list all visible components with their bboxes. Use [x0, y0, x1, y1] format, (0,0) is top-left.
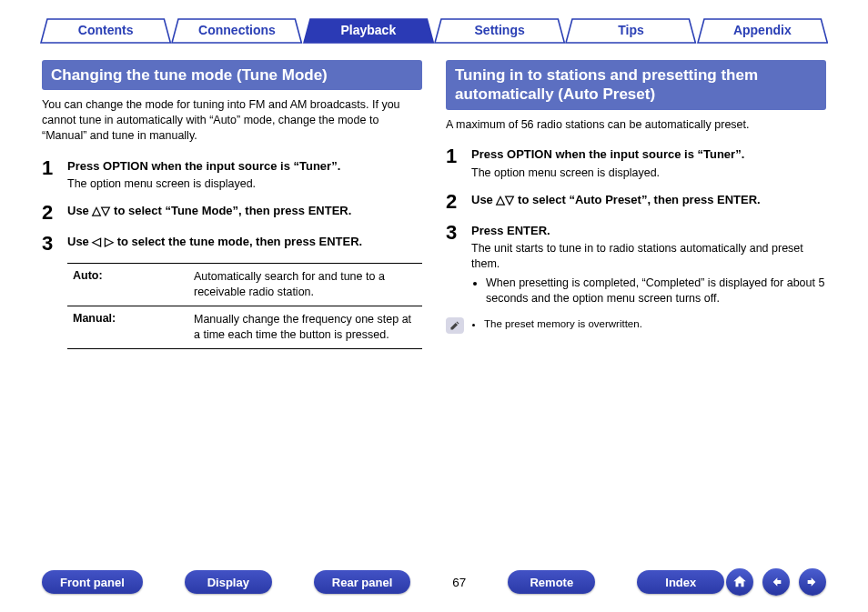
index-button[interactable]: Index [637, 570, 724, 594]
right-column: Tuning in to stations and presetting the… [446, 60, 826, 349]
step-number: 3 [446, 221, 471, 306]
left-column: Changing the tune mode (Tune Mode) You c… [42, 60, 422, 349]
remote-button[interactable]: Remote [508, 570, 595, 594]
table-cell-val: Manually change the frequency one step a… [190, 306, 422, 348]
tab-contents[interactable]: Contents [40, 18, 171, 44]
tab-label: Connections [198, 23, 276, 37]
tab-playback[interactable]: Playback [303, 18, 434, 44]
step-number: 1 [42, 156, 67, 192]
right-step-3: 3 Press ENTER. The unit starts to tune i… [446, 221, 826, 306]
prev-page-icon[interactable] [762, 568, 790, 596]
step-head: Use △▽ to select “Tune Mode”, then press… [67, 203, 422, 219]
tab-label: Appendix [733, 23, 792, 37]
table-row: Manual: Manually change the frequency on… [67, 306, 422, 348]
left-step-3: 3 Use ◁ ▷ to select the tune mode, then … [42, 232, 422, 254]
tab-settings[interactable]: Settings [434, 18, 565, 44]
table-cell-key: Manual: [67, 306, 190, 348]
tab-label: Tips [618, 23, 644, 37]
left-right-icon: ◁ ▷ [92, 235, 114, 248]
left-step-2: 2 Use △▽ to select “Tune Mode”, then pre… [42, 201, 422, 223]
step-bullet: When presetting is completed, “Completed… [486, 276, 826, 306]
tab-label: Playback [340, 23, 396, 37]
front-panel-button[interactable]: Front panel [42, 570, 143, 594]
tab-label: Contents [78, 23, 134, 37]
step-desc: The unit starts to tune in to radio stat… [471, 241, 826, 272]
bottom-bar: Front panel Display Rear panel 67 Remote… [0, 568, 868, 596]
table-cell-val: Automatically search for and tune to a r… [190, 264, 422, 306]
step-number: 2 [446, 190, 471, 212]
right-intro: A maximum of 56 radio stations can be au… [446, 117, 826, 133]
table-row: Auto: Automatically search for and tune … [67, 264, 422, 306]
left-step-1: 1 Press OPTION when the input source is … [42, 156, 422, 192]
step-head: Press OPTION when the input source is “T… [67, 158, 422, 175]
home-icon[interactable] [726, 568, 753, 596]
up-down-icon: △▽ [496, 193, 514, 206]
content-area: Changing the tune mode (Tune Mode) You c… [0, 44, 868, 349]
next-page-icon[interactable] [799, 568, 826, 596]
tab-connections[interactable]: Connections [171, 18, 302, 44]
step-number: 2 [42, 201, 67, 223]
tab-appendix[interactable]: Appendix [697, 18, 828, 44]
top-tabs: Contents Connections Playback Settings T… [0, 0, 868, 44]
right-section-title: Tuning in to stations and presetting the… [446, 60, 826, 110]
up-down-icon: △▽ [92, 204, 110, 217]
step-number: 1 [446, 145, 471, 180]
step-desc: The option menu screen is displayed. [471, 166, 826, 181]
step-head: Press OPTION when the input source is “T… [471, 146, 826, 163]
step-number: 3 [42, 232, 67, 254]
rear-panel-button[interactable]: Rear panel [314, 570, 410, 594]
note-text: The preset memory is overwritten. [471, 317, 642, 332]
pencil-icon [446, 317, 464, 334]
display-button[interactable]: Display [185, 570, 272, 594]
step-head: Use ◁ ▷ to select the tune mode, then pr… [67, 234, 422, 250]
tab-label: Settings [475, 23, 525, 37]
page-number: 67 [452, 576, 466, 589]
right-step-1: 1 Press OPTION when the input source is … [446, 145, 826, 180]
tune-mode-table: Auto: Automatically search for and tune … [67, 263, 422, 349]
right-step-2: 2 Use △▽ to select “Auto Preset”, then p… [446, 190, 826, 212]
step-desc: The option menu screen is displayed. [67, 176, 422, 192]
nav-icons [726, 568, 826, 596]
note: The preset memory is overwritten. [446, 317, 826, 334]
table-cell-key: Auto: [67, 264, 190, 306]
step-head: Use △▽ to select “Auto Preset”, then pre… [471, 192, 826, 208]
left-section-title: Changing the tune mode (Tune Mode) [42, 60, 422, 90]
tab-tips[interactable]: Tips [565, 18, 696, 44]
step-head: Press ENTER. [471, 223, 826, 239]
left-intro: You can change the mode for tuning into … [42, 97, 422, 144]
